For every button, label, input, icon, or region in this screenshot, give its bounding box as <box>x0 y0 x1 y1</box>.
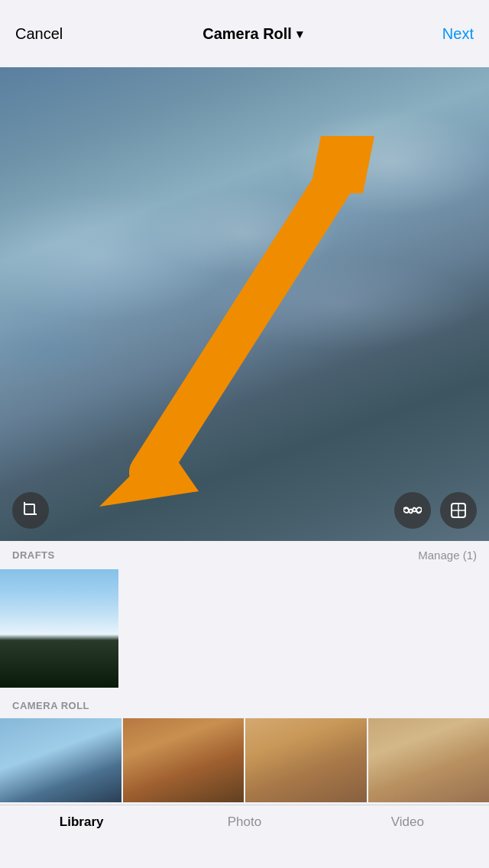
image-controls <box>0 492 489 529</box>
camera-roll-thumbnails <box>0 715 489 802</box>
drafts-section-header: DRAFTS Manage (1) <box>0 541 489 566</box>
navigation-bar: Cancel Camera Roll ▾ Next <box>0 0 489 67</box>
drafts-label: DRAFTS <box>12 549 55 561</box>
cancel-button[interactable]: Cancel <box>15 25 63 43</box>
camera-roll-thumb-4[interactable] <box>368 718 490 802</box>
boomerang-button[interactable] <box>394 492 431 529</box>
tab-video[interactable]: Video <box>369 815 445 830</box>
chevron-down-icon: ▾ <box>296 27 303 41</box>
draft-thumbnail-1[interactable] <box>0 569 118 688</box>
camera-roll-thumb-2[interactable] <box>123 718 244 802</box>
manage-button[interactable]: Manage (1) <box>418 549 477 562</box>
camera-roll-label: CAMERA ROLL <box>12 700 89 711</box>
draft-thumb-image-1 <box>0 569 118 688</box>
album-selector[interactable]: Camera Roll ▾ <box>202 25 303 43</box>
tab-photo-label: Photo <box>228 815 261 830</box>
crop-button[interactable] <box>12 492 49 529</box>
svg-rect-4 <box>24 504 34 514</box>
tab-video-label: Video <box>391 815 424 830</box>
next-button[interactable]: Next <box>442 25 474 43</box>
camera-roll-thumb-3[interactable] <box>245 718 367 802</box>
camera-roll-thumb-1[interactable] <box>0 718 121 802</box>
cloud-overlay <box>0 67 489 541</box>
tab-photo[interactable]: Photo <box>206 815 283 830</box>
tab-library-label: Library <box>60 815 104 830</box>
tab-bar: Library Photo Video <box>0 805 489 868</box>
album-title: Camera Roll <box>202 25 292 43</box>
tab-library[interactable]: Library <box>44 815 120 830</box>
drafts-thumbnails <box>0 566 489 694</box>
layout-button[interactable] <box>440 492 477 529</box>
camera-roll-section-header: CAMERA ROLL <box>0 694 489 715</box>
image-preview <box>0 67 489 541</box>
